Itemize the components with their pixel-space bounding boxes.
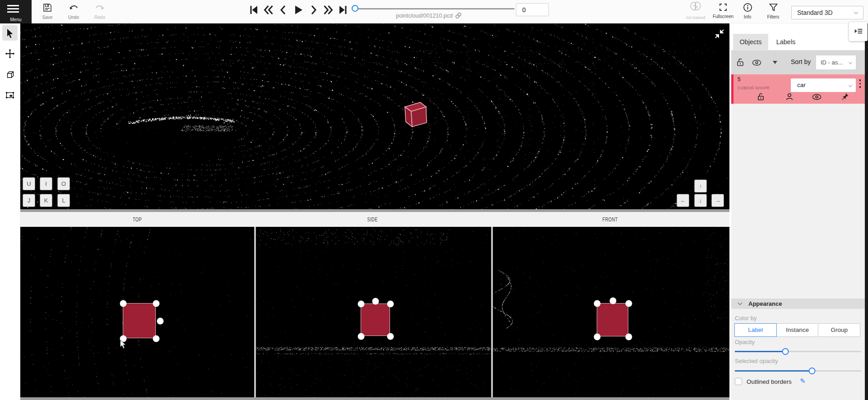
object-menu-button[interactable] [859, 79, 861, 90]
save-button[interactable]: Save [35, 1, 60, 23]
not-trained-indicator[interactable]: not trained [682, 1, 709, 23]
opacity-slider-handle[interactable] [782, 348, 789, 355]
lock-all-icon[interactable] [736, 58, 744, 67]
cuboid-annotation-top[interactable] [123, 303, 156, 338]
expand-all-icon[interactable] [773, 61, 777, 64]
side-view-label: SIDE [254, 212, 491, 227]
brain-icon [689, 1, 702, 14]
next-frame-button[interactable] [308, 5, 319, 15]
front-view-panel[interactable] [493, 227, 729, 397]
object-lock-icon[interactable] [757, 92, 765, 101]
panel-tab-row: Objects Labels [731, 23, 865, 51]
rotate-handle[interactable] [372, 298, 379, 305]
fullscreen-button[interactable]: Fullscreen [711, 1, 735, 23]
link-icon[interactable] [455, 12, 462, 19]
resize-handle[interactable] [358, 301, 365, 308]
object-pin-icon[interactable] [841, 92, 849, 101]
sort-select[interactable]: ID - as... [816, 55, 856, 69]
top-view-label: TOP [20, 212, 254, 227]
undo-button[interactable]: Undo [61, 1, 86, 23]
frame-number-input[interactable] [516, 3, 549, 16]
color-by-option-label[interactable]: Label [734, 323, 777, 337]
pan-left-button[interactable]: ← [677, 194, 689, 207]
opacity-slider[interactable] [735, 351, 861, 352]
frame-slider-handle[interactable] [352, 5, 358, 12]
resize-handle[interactable] [626, 334, 632, 340]
horizontal-divider[interactable] [20, 397, 729, 400]
left-tool-rail [0, 23, 20, 400]
resize-handle[interactable] [594, 300, 601, 307]
tab-labels[interactable]: Labels [770, 34, 802, 51]
collapse-panel-button[interactable] [849, 22, 868, 41]
filters-button[interactable]: Filters [761, 1, 785, 23]
ortho-label-band: TOP SIDE FRONT [20, 212, 729, 227]
file-name: pointcloud/001210.pcd [375, 12, 483, 19]
main-3d-viewport[interactable]: U I O J K L ↑ ← ↓ → [20, 23, 729, 209]
image-annotation-tool-button[interactable] [2, 87, 18, 103]
redo-button[interactable]: Redo [88, 1, 112, 23]
selected-opacity-slider-handle[interactable] [808, 368, 815, 374]
edit-color-icon[interactable]: ✎ [800, 377, 806, 385]
move-tool-button[interactable] [2, 46, 18, 61]
hotkey-k[interactable]: K [40, 194, 52, 207]
fullscreen-icon [719, 3, 728, 12]
fullscreen-label: Fullscreen [711, 14, 735, 19]
cuboid-tool-button[interactable] [2, 67, 18, 83]
not-trained-label: not trained [682, 15, 709, 20]
selected-opacity-slider-fill [735, 370, 812, 372]
resize-handle[interactable] [153, 300, 160, 307]
resize-handle[interactable] [120, 300, 127, 307]
opacity-slider-fill [735, 351, 785, 352]
ortho-panels [20, 227, 729, 397]
sort-row: Sort by ID - as... [731, 51, 865, 74]
resize-handle[interactable] [153, 336, 160, 342]
select-tool-button[interactable] [2, 25, 18, 41]
appearance-section-header[interactable]: Appearance [731, 299, 865, 309]
object-list-item[interactable]: 5 CUBOID SHAPE car [731, 74, 865, 104]
right-panel: Objects Labels Sort by ID - as... 5 CUBO… [731, 23, 865, 400]
info-button[interactable]: Info [737, 1, 758, 23]
pan-right-button[interactable]: → [711, 194, 724, 207]
color-by-option-group[interactable]: Group [818, 323, 860, 337]
pan-up-button[interactable]: ↑ [694, 179, 707, 193]
hotkey-l[interactable]: L [57, 194, 70, 207]
skip-to-start-button[interactable] [248, 5, 259, 15]
hotkey-o[interactable]: O [57, 177, 70, 190]
object-visibility-icon[interactable] [812, 94, 822, 100]
outlined-borders-checkbox[interactable] [735, 378, 742, 385]
object-author-icon[interactable] [785, 92, 794, 101]
top-view-panel[interactable] [20, 227, 254, 397]
menu-button[interactable]: Menu [0, 0, 32, 23]
redo-icon [94, 3, 105, 13]
color-by-option-instance[interactable]: Instance [776, 323, 819, 337]
visibility-all-icon[interactable] [752, 60, 761, 66]
cuboid-annotation-3d[interactable] [401, 99, 427, 128]
cuboid-annotation-front[interactable] [597, 303, 628, 336]
resize-handle[interactable] [387, 333, 394, 340]
cuboid-annotation-side[interactable] [361, 303, 390, 336]
collapse-view-icon[interactable] [714, 28, 725, 40]
previous-frame-button[interactable] [278, 5, 289, 15]
rotate-handle[interactable] [610, 298, 617, 304]
play-button[interactable] [293, 5, 304, 15]
resize-handle[interactable] [387, 301, 394, 308]
side-view-panel[interactable] [256, 227, 491, 397]
hotkey-j[interactable]: J [23, 194, 35, 207]
resize-handle[interactable] [626, 300, 632, 307]
hotkey-u[interactable]: U [23, 177, 35, 190]
resize-handle[interactable] [594, 334, 601, 340]
hotkey-i[interactable]: I [40, 177, 52, 190]
pointcloud-canvas-main[interactable] [20, 23, 729, 209]
skip-to-end-button[interactable] [338, 5, 348, 15]
selected-opacity-slider[interactable] [735, 370, 861, 372]
view-mode-select[interactable]: Standard 3D [791, 6, 863, 19]
resize-handle[interactable] [358, 333, 365, 340]
frame-slider-track[interactable] [355, 8, 515, 9]
fast-forward-button[interactable] [323, 5, 334, 15]
tab-objects[interactable]: Objects [733, 34, 768, 51]
fast-rewind-button[interactable] [263, 5, 274, 15]
collapse-panel-icon [854, 27, 863, 35]
rotate-handle[interactable] [157, 318, 164, 325]
pan-down-button[interactable]: ↓ [694, 194, 707, 207]
object-class-select[interactable]: car [791, 78, 856, 92]
